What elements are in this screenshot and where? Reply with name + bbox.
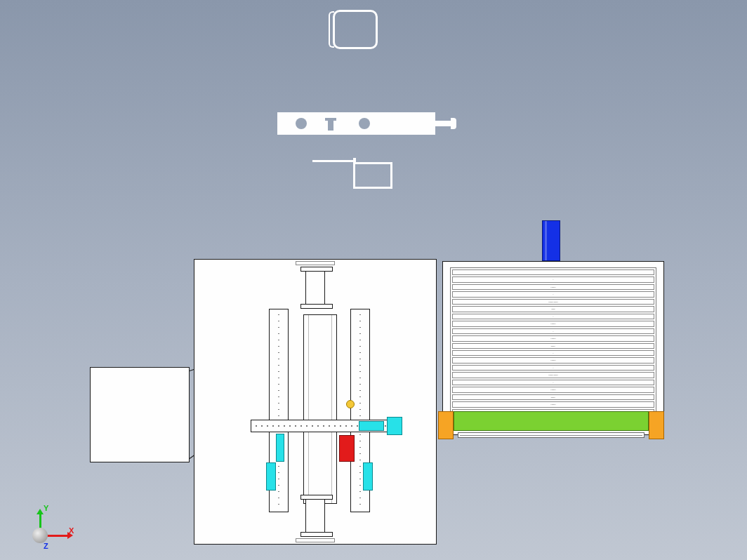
panel-slot: ·—·	[452, 401, 654, 407]
bottom-bracket	[296, 538, 335, 542]
slotted-panel: ··—···—·—·—··—···—·—···—···—·—···—·—··—·…	[442, 261, 664, 435]
panel-slot: ·—·—·	[452, 372, 654, 378]
axis-x-label: X	[69, 526, 74, 535]
main-assembly-plate	[194, 259, 437, 545]
bar-hole-1	[296, 118, 307, 129]
panel-slot: ·—·	[452, 335, 654, 341]
cyan-block-inner	[276, 434, 284, 462]
l-bracket-box	[353, 162, 392, 189]
top-cylinder	[305, 270, 325, 305]
slot-mark: ·—·—·	[548, 373, 558, 378]
slot-mark: ·—·	[550, 336, 556, 341]
bottom-cylinder	[305, 498, 325, 533]
slot-mark: ·—·	[550, 402, 556, 407]
bar-plunger-shaft	[435, 121, 451, 126]
panel-slot: —·	[452, 394, 654, 400]
panel-slot: —·	[452, 343, 654, 349]
cyan-block-end	[387, 417, 402, 435]
bar-plunger-knob	[451, 118, 456, 129]
triad-origin	[32, 528, 48, 543]
part-rounded-rect-front	[333, 10, 378, 49]
base-green-plate	[454, 411, 649, 431]
panel-slot	[452, 269, 654, 275]
panel-slot: ·	[452, 291, 654, 297]
slot-mark: ·—·—·	[548, 300, 558, 305]
slot-mark: —	[552, 307, 555, 312]
panel-slot: ·	[452, 380, 654, 385]
yellow-knob	[346, 400, 355, 408]
red-block	[339, 435, 355, 462]
slot-mark: ·—·	[550, 387, 556, 392]
side-plate	[90, 367, 190, 462]
bar-peg	[328, 121, 333, 131]
slot-mark: ·—·	[550, 285, 556, 290]
l-bracket-arm	[312, 160, 355, 162]
slot-mark: ·	[553, 314, 553, 319]
panel-slot: ·	[452, 276, 654, 282]
slot-mark: ·—·	[550, 358, 556, 363]
cyan-block-left-foot	[266, 462, 276, 491]
base-end-right	[649, 411, 664, 439]
slot-mark: ·	[553, 292, 553, 297]
cyan-block-cross	[359, 421, 384, 431]
panel-slot: ·	[452, 314, 654, 319]
top-bracket	[296, 261, 335, 265]
slot-mark: ·—·	[550, 321, 556, 326]
panel-slot: ·	[452, 365, 654, 371]
cad-viewport[interactable]: ··—···—·—·—··—···—·—···—···—·—···—·—··—·…	[0, 0, 747, 560]
slot-mark: ·	[553, 380, 553, 385]
panel-slot: ·—·	[452, 387, 654, 392]
panel-slot: ·—·—·	[452, 299, 654, 305]
axis-z-label: Z	[44, 542, 48, 550]
slot-mark: —·	[551, 344, 555, 349]
base-track	[458, 432, 644, 438]
axis-y-label: Y	[44, 504, 48, 512]
view-triad[interactable]: Y X Z	[22, 505, 72, 547]
blue-column	[542, 220, 560, 261]
part-rounded-rect	[329, 10, 378, 49]
base-rail-assembly	[438, 411, 664, 439]
cyan-block-right-foot	[363, 462, 373, 491]
panel-slot: ·	[452, 350, 654, 356]
slotted-panel-inner: ··—···—·—·—··—···—·—···—···—·—···—·—··—·…	[450, 267, 656, 429]
part-bar-holes	[277, 112, 460, 140]
slot-mark: ·	[553, 277, 553, 282]
vertical-rail-center	[303, 314, 337, 504]
slot-mark: ·	[553, 329, 553, 334]
slot-mark: ·	[553, 366, 553, 371]
panel-slot: ·—·	[452, 321, 654, 326]
panel-slot: ·—·	[452, 357, 654, 363]
slot-mark: ·	[553, 351, 553, 356]
panel-slot: ·	[452, 328, 654, 334]
panel-slot: —	[452, 306, 654, 312]
slot-mark: —·	[551, 395, 555, 400]
panel-slot: ·—·	[452, 284, 654, 290]
bar-hole-2	[359, 118, 370, 129]
base-end-left	[438, 411, 454, 439]
